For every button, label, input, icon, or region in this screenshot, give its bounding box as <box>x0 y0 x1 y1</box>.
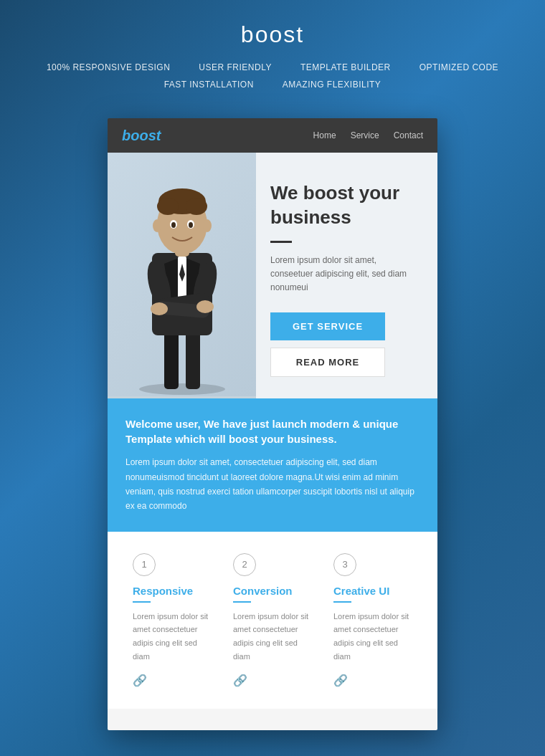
hero-title: We boost yourbusiness <box>270 181 420 230</box>
hero-divider <box>270 241 292 243</box>
feature-title[interactable]: Creative UI <box>333 585 412 597</box>
nav-link[interactable]: Service <box>351 130 379 140</box>
features-list: 100% RESPONSIVE DESIGNUSER FRIENDLYTEMPL… <box>14 62 531 90</box>
svg-point-18 <box>186 198 207 215</box>
feature-desc: Lorem ipsum dolor sit amet consectetuer … <box>333 610 412 664</box>
svg-point-21 <box>171 222 176 228</box>
feature-label: TEMPLATE BUILDER <box>300 62 391 72</box>
site-title: boost <box>14 21 531 48</box>
navbar: boost HomeServiceContact <box>108 118 437 153</box>
feature-label: 100% RESPONSIVE DESIGN <box>47 62 170 72</box>
feature-label: AMAZING FLEXIBILITY <box>283 80 382 90</box>
feature-column: 2 Conversion Lorem ipsum dolor sit amet … <box>222 553 323 688</box>
feature-number: 3 <box>333 553 356 576</box>
svg-point-12 <box>151 302 168 315</box>
feature-desc: Lorem ipsum dolor sit amet consectetuer … <box>133 610 212 664</box>
get-service-button[interactable]: GET SERVICE <box>270 312 385 340</box>
welcome-title: Welcome user, We have just launch modern… <box>125 416 420 446</box>
feature-number: 1 <box>133 553 156 576</box>
feature-column: 1 Responsive Lorem ipsum dolor sit amet … <box>122 553 222 688</box>
feature-title[interactable]: Responsive <box>133 585 212 597</box>
link-icon[interactable]: 🔗 <box>333 674 412 687</box>
svg-point-13 <box>196 300 214 313</box>
feature-underline <box>233 601 251 603</box>
feature-underline <box>133 601 151 603</box>
hero-image <box>108 153 256 398</box>
feature-column: 3 Creative UI Lorem ipsum dolor sit amet… <box>323 553 423 688</box>
link-icon[interactable]: 🔗 <box>133 674 212 687</box>
feature-title[interactable]: Conversion <box>233 585 312 597</box>
nav-link[interactable]: Contact <box>394 130 423 140</box>
welcome-body: Lorem ipsum dolor sit amet, consectetuer… <box>125 455 420 514</box>
svg-point-23 <box>153 219 161 232</box>
svg-point-0 <box>139 383 225 395</box>
top-header: boost 100% RESPONSIVE DESIGNUSER FRIENDL… <box>0 0 545 104</box>
svg-point-24 <box>203 219 212 232</box>
nav-logo: boost <box>122 128 161 144</box>
feature-label: OPTIMIZED CODE <box>420 62 498 72</box>
feature-underline <box>333 601 351 603</box>
link-icon[interactable]: 🔗 <box>233 674 312 687</box>
read-more-button[interactable]: READ MORE <box>270 348 385 377</box>
svg-point-22 <box>189 222 193 228</box>
feature-desc: Lorem ipsum dolor sit amet consectetuer … <box>233 610 312 664</box>
welcome-section: Welcome user, We have just launch modern… <box>108 398 437 532</box>
demo-preview: boost HomeServiceContact <box>108 118 437 730</box>
nav-link[interactable]: Home <box>313 130 336 140</box>
features-section: 1 Responsive Lorem ipsum dolor sit amet … <box>108 532 437 709</box>
hero-section: We boost yourbusiness Lorem ipsum dolor … <box>108 153 437 398</box>
bottom-bar <box>108 709 437 730</box>
hero-content: We boost yourbusiness Lorem ipsum dolor … <box>256 153 437 398</box>
nav-links: HomeServiceContact <box>313 130 423 140</box>
hero-body: Lorem ipsum dolor sit amet, conseetuer a… <box>270 254 420 295</box>
person-image <box>108 153 256 396</box>
svg-point-17 <box>157 198 179 215</box>
feature-number: 2 <box>233 553 256 576</box>
feature-label: FAST INSTALLATION <box>164 80 254 90</box>
feature-label: USER FRIENDLY <box>199 62 272 72</box>
